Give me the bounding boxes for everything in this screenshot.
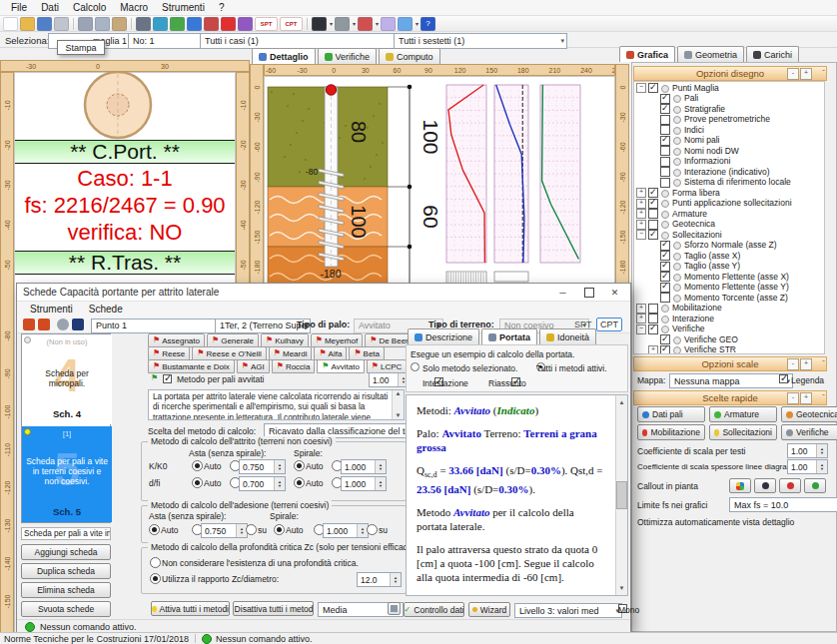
- copy-icon[interactable]: [95, 17, 110, 31]
- tree-item-taglio-asse-x[interactable]: Taglio (asse X): [634, 250, 824, 261]
- minimize-button[interactable]: [550, 284, 575, 301]
- tree-item-verifiche[interactable]: −Verifiche: [634, 323, 824, 334]
- auto-radio[interactable]: [192, 460, 203, 471]
- cases-combo[interactable]: Tutti i casi (1): [200, 33, 410, 49]
- quick-button-verifiche[interactable]: Verifiche: [781, 424, 837, 440]
- tree-item-stratigrafie[interactable]: Stratigrafie: [634, 103, 824, 114]
- plant-icon[interactable]: [170, 17, 185, 31]
- chart-small-button[interactable]: [388, 602, 401, 615]
- method-tab-assegnato[interactable]: ⚑Assegnato: [148, 333, 205, 347]
- mappa-combo[interactable]: Nessuna mappa: [669, 373, 793, 388]
- link-icon[interactable]: [57, 319, 69, 330]
- dropdown-arrow-icon[interactable]: ▾: [416, 20, 418, 27]
- opzioni-disegno-header[interactable]: Opzioni disegno -+ ˆ: [633, 66, 827, 81]
- quick-button-mobilitazione[interactable]: Mobilitazione: [637, 424, 705, 440]
- grow-icon[interactable]: +: [800, 358, 812, 370]
- wizard-button[interactable]: Wizard: [468, 602, 510, 617]
- report-tab-descrizione[interactable]: Descrizione: [408, 328, 479, 344]
- method-tab-agi[interactable]: ⚑AGI: [237, 359, 270, 373]
- tree-checkbox[interactable]: [660, 115, 670, 125]
- spinner-arrows[interactable]: ▲▼: [274, 477, 285, 490]
- print-icon[interactable]: [54, 17, 69, 31]
- collapse-icon[interactable]: ˆ: [822, 392, 825, 401]
- zc-spinner[interactable]: 12.0▲▼: [357, 572, 402, 587]
- collapse-node-icon[interactable]: −: [636, 230, 646, 240]
- callout-colors-button[interactable]: [729, 478, 751, 493]
- method-tab-avvitato[interactable]: ⚑Avvitato: [317, 359, 364, 373]
- tree-checkbox[interactable]: [648, 83, 658, 93]
- open-folder-icon[interactable]: [20, 17, 35, 31]
- globe-icon[interactable]: [153, 17, 168, 31]
- metodo-avvitati-checkbox[interactable]: [163, 374, 172, 383]
- tree-item-momento-flettente-asse-x[interactable]: Momento Flettente (asse X): [634, 271, 824, 282]
- scheda-card-5-selected[interactable]: [1] 5 Scheda per pali a vite in terreni …: [22, 426, 112, 522]
- spinner-arrows[interactable]: ▲▼: [390, 573, 401, 586]
- tree-item-sforzo-normale-asse-z[interactable]: Sforzo Normale (asse Z): [634, 240, 824, 251]
- close-button[interactable]: [602, 284, 627, 301]
- dialog-menu-schede[interactable]: Schede: [82, 303, 130, 316]
- callout-dark-button[interactable]: [754, 478, 776, 493]
- zc-ratio-radio[interactable]: [150, 573, 161, 584]
- svuota-schede-button[interactable]: Svuota schede: [21, 601, 111, 617]
- callout-green-button[interactable]: [804, 478, 826, 493]
- tree-item-pali[interactable]: Pali: [634, 93, 824, 104]
- aggiungi-scheda-button[interactable]: Aggiungi scheda: [21, 544, 111, 560]
- value-spinner[interactable]: 0.750▲▼: [239, 459, 286, 474]
- solo-metodo-radio[interactable]: [411, 362, 419, 371]
- tab-grafica[interactable]: Grafica: [619, 46, 675, 62]
- shrink-icon[interactable]: -: [787, 358, 799, 370]
- person-icon[interactable]: [187, 17, 202, 31]
- tree-checkbox[interactable]: [660, 104, 670, 114]
- scheda-paste-icon[interactable]: [38, 319, 50, 330]
- method-tab-meyerhof[interactable]: ⚑Meyerhof: [311, 333, 364, 347]
- spinner-arrows[interactable]: ▲▼: [274, 460, 285, 473]
- expand-node-icon[interactable]: +: [636, 188, 646, 198]
- tree-item-punti-maglia[interactable]: −Punti Maglia: [634, 82, 824, 93]
- scala-testi-spinner[interactable]: 1.00▲▼: [787, 443, 828, 458]
- tree-checkbox[interactable]: [660, 293, 670, 303]
- menu-item-macro[interactable]: Macro: [113, 1, 155, 14]
- callout-red-button[interactable]: [779, 478, 801, 493]
- sestetti-combo[interactable]: Tutti i sestetti (1): [394, 33, 567, 49]
- method-description[interactable]: La portata per attrito laterale viene ca…: [148, 389, 405, 420]
- spt-icon[interactable]: SPT: [255, 17, 278, 31]
- scelte-rapide-header[interactable]: Scelte rapide -+ ˆ: [633, 390, 827, 405]
- quick-button-sollecitazioni[interactable]: Sollecitazioni: [709, 424, 777, 440]
- tree-checkbox[interactable]: [660, 178, 670, 188]
- opzioni-scale-header[interactable]: Opzioni scale -+ ˆ: [633, 356, 827, 371]
- value-spinner[interactable]: 0.750▲▼: [201, 523, 248, 538]
- scheda-copy-icon[interactable]: [23, 319, 35, 330]
- tree-item-taglio-asse-y[interactable]: Taglio (asse Y): [634, 261, 824, 272]
- report-text[interactable]: Metodi: Avvitato (Indicato)Palo: Avvitat…: [406, 394, 628, 596]
- punto-combo[interactable]: Punto 1: [91, 319, 231, 333]
- scala-linee-spinner[interactable]: 1.00▲▼: [787, 459, 828, 474]
- new-document-icon[interactable]: [3, 17, 18, 31]
- method-tab-meardi[interactable]: ⚑Meardi: [269, 346, 313, 360]
- shrink-icon[interactable]: -: [787, 392, 799, 404]
- su-radio[interactable]: [367, 524, 378, 535]
- cpt-icon[interactable]: CPT: [280, 17, 303, 31]
- attiva-metodi-button[interactable]: Attiva tutti i metodi: [151, 601, 230, 616]
- collapse-icon[interactable]: ˆ: [822, 68, 825, 77]
- tree-checkbox[interactable]: [648, 199, 658, 209]
- tree-item-informazioni[interactable]: Informazioni: [634, 156, 824, 167]
- dialog-menu-strumenti[interactable]: Strumenti: [23, 303, 80, 316]
- description-scrollbar[interactable]: ▲▼: [392, 390, 404, 419]
- tree-checkbox[interactable]: [660, 146, 670, 156]
- method-tab-alfa[interactable]: ⚑Alfa: [314, 346, 347, 360]
- value-spinner[interactable]: 1.000▲▼: [341, 459, 387, 474]
- maximize-button[interactable]: [576, 284, 601, 301]
- tree-item-indici[interactable]: Indici: [634, 124, 824, 135]
- controllo-dati-button[interactable]: ✓Controllo dati: [404, 602, 464, 617]
- tree-item-forma-libera[interactable]: +Forma libera: [634, 187, 824, 198]
- tree-checkbox[interactable]: [660, 157, 670, 167]
- tree-checkbox[interactable]: [648, 209, 658, 219]
- tree-checkbox[interactable]: [660, 345, 670, 355]
- method-tab-reese-e-o-neill[interactable]: ⚑Reese e O'Neill: [192, 346, 267, 360]
- dropdown-arrow-icon[interactable]: ▾: [353, 20, 356, 27]
- auto-radio[interactable]: [192, 477, 203, 488]
- method-tab-kulhavy[interactable]: ⚑Kulhavy: [261, 333, 309, 347]
- tab-computo[interactable]: Computo: [379, 48, 440, 64]
- tree-checkbox[interactable]: [648, 230, 658, 240]
- report-tab-idoneit[interactable]: Idoneità: [539, 328, 596, 344]
